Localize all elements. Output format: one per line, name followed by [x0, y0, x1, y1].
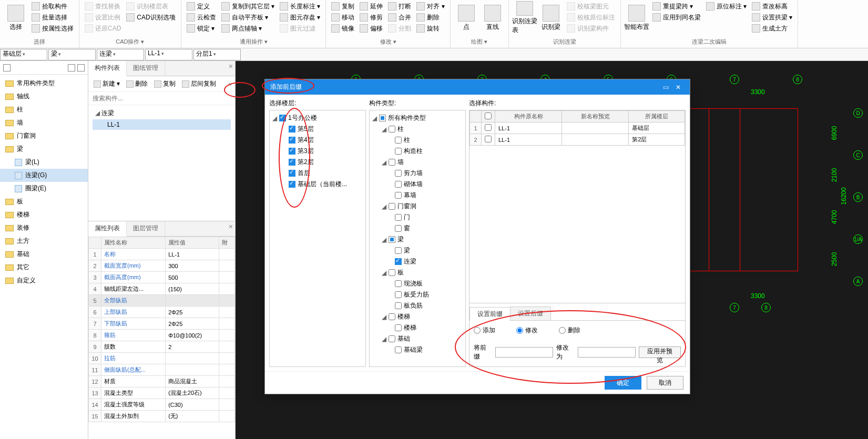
type-checkbox[interactable] [395, 181, 402, 188]
property-row[interactable]: 5全部纵筋 [89, 295, 235, 307]
nav-item-11[interactable]: 其它 [0, 261, 88, 274]
offset-button[interactable]: 偏移 [358, 23, 385, 34]
floor-tree-panel[interactable]: ◢1号办公楼第5层第4层第3层第2层首层基础层（当前楼... [269, 110, 366, 367]
check-elevation-button[interactable]: 查改标高 [750, 1, 794, 12]
ok-button[interactable]: 确定 [605, 376, 641, 390]
cancel-button[interactable]: 取消 [647, 376, 683, 390]
select-big-button[interactable]: 选择 [3, 1, 28, 35]
move-button[interactable]: 移动 [329, 12, 356, 23]
component-tree-root[interactable]: ◢ 连梁 [93, 107, 231, 119]
nav-subitem[interactable]: 圈梁(E) [0, 182, 88, 195]
copy-component-button[interactable]: 复制 [152, 78, 178, 89]
save-element-button[interactable]: 图元存盘 ▾ [278, 12, 322, 23]
reextract-span-button[interactable]: 重提梁跨 ▾ [650, 1, 703, 12]
apply-same-name-button[interactable]: 应用到同名梁 [650, 12, 703, 23]
auto-align-slab-button[interactable]: 自动平齐板 ▾ [219, 12, 277, 23]
component-grid-table[interactable]: 构件原名称新名称预览所属楼层 1LL-1基础层2LL-1第2层 [469, 110, 685, 146]
type-checkbox[interactable] [395, 258, 402, 265]
category-filter-combo[interactable]: 梁▾ [48, 49, 96, 60]
type-group-checkbox[interactable] [389, 203, 395, 210]
rotate-button[interactable]: 旋转 [414, 23, 446, 34]
insitu-annotation-button[interactable]: 原位标注 ▾ [704, 1, 749, 12]
property-row[interactable]: 14混凝土强度等级(C30) [89, 399, 235, 411]
nav-item-5[interactable]: 梁 [0, 142, 88, 156]
nav-item-3[interactable]: 墙 [0, 116, 88, 129]
nav-item-1[interactable]: 轴线 [0, 90, 88, 103]
define-button[interactable]: 定义 [185, 1, 218, 12]
delete-component-button[interactable]: 删除 [124, 78, 150, 89]
point-button[interactable]: 点 [454, 1, 479, 35]
type-group-checkbox[interactable] [389, 335, 395, 342]
prefix-from-input[interactable] [495, 347, 553, 358]
smart-layout-button[interactable]: 智能布置 [624, 1, 649, 35]
batch-select-button[interactable]: 批量选择 [29, 12, 76, 23]
delete-button[interactable]: 删除 [414, 12, 446, 23]
dialog-close-icon[interactable]: ✕ [672, 84, 685, 91]
line-button[interactable]: 直线 [480, 1, 505, 35]
mirror-button[interactable]: 镜像 [329, 23, 356, 34]
dialog-maximize-icon[interactable]: ▭ [659, 84, 672, 91]
type-filter-combo[interactable]: 连梁▾ [97, 49, 144, 60]
tab-drawing-mgmt[interactable]: 图纸管理 [127, 61, 165, 76]
type-checkbox[interactable] [395, 214, 402, 221]
cad-recognize-options-button[interactable]: CAD识别选项 [124, 12, 177, 23]
type-checkbox[interactable] [395, 302, 402, 309]
trim-button[interactable]: 修剪 [358, 12, 385, 23]
select-by-property-button[interactable]: 按属性选择 [29, 23, 76, 34]
type-group-checkbox[interactable] [389, 126, 395, 132]
nav-item-9[interactable]: 土方 [0, 234, 88, 248]
pin-icon[interactable] [3, 64, 11, 72]
floor-filter-combo[interactable]: 基础层▾ [0, 49, 47, 60]
type-checkbox[interactable] [395, 324, 402, 331]
nav-subitem[interactable]: 连梁(G) [0, 169, 88, 182]
pick-component-button[interactable]: 拾取构件 [29, 1, 76, 12]
type-checkbox[interactable] [395, 148, 402, 155]
tab-property-list[interactable]: 属性列表 [88, 221, 127, 237]
layer-filter-combo[interactable]: 分层1▾ [193, 49, 241, 60]
nav-item-2[interactable]: 柱 [0, 103, 88, 116]
tab-set-prefix[interactable]: 设置前缀 [469, 307, 510, 321]
nav-item-0[interactable]: 常用构件类型 [0, 77, 88, 90]
property-row[interactable]: 3截面高度(mm)500 [89, 272, 235, 283]
floor-checkbox[interactable] [289, 126, 295, 132]
prefix-to-input[interactable] [578, 347, 636, 358]
type-checkbox[interactable] [395, 346, 402, 353]
property-row[interactable]: 4轴线距梁左边...(150) [89, 283, 235, 295]
break-button[interactable]: 打断 [386, 1, 413, 12]
floor-checkbox[interactable] [289, 137, 295, 144]
tab-component-list[interactable]: 构件列表 [88, 61, 127, 76]
type-checkbox[interactable] [395, 280, 402, 287]
property-row[interactable]: 6上部纵筋2Φ25 [89, 307, 235, 318]
component-tree-item[interactable]: LL-1 [93, 119, 231, 130]
floor-checkbox[interactable] [289, 181, 295, 188]
new-component-button[interactable]: 新建 ▾ [91, 78, 122, 89]
property-row[interactable]: 2截面宽度(mm)300 [89, 260, 235, 272]
set-arch-beam-button[interactable]: 设置拱梁 ▾ [750, 12, 794, 23]
grid-row[interactable]: 1LL-1基础层 [470, 122, 685, 134]
nav-item-10[interactable]: 基础 [0, 248, 88, 261]
extend-button[interactable]: 延伸 [358, 1, 385, 12]
more-icon[interactable]: » [228, 80, 232, 88]
copy-button[interactable]: 复制 [329, 1, 356, 12]
interlayer-copy-button[interactable]: 层间复制 [180, 78, 218, 89]
type-checkbox[interactable] [395, 170, 402, 177]
type-checkbox[interactable] [395, 291, 402, 298]
property-row[interactable]: 13混凝土类型(混凝土20石) [89, 387, 235, 399]
type-checkbox[interactable] [395, 225, 402, 232]
generate-earthwork-button[interactable]: 生成土方 [750, 23, 794, 34]
property-row[interactable]: 1名称LL-1 [89, 249, 235, 260]
property-row[interactable]: 10拉筋 [89, 353, 235, 364]
type-checkbox[interactable] [395, 192, 402, 199]
radio-delete[interactable]: 删除 [559, 326, 580, 335]
close-pane-icon[interactable]: × [229, 62, 233, 70]
grid-row[interactable]: 2LL-1第2层 [470, 134, 685, 146]
select-all-checkbox[interactable] [485, 113, 492, 119]
type-group-checkbox[interactable] [389, 269, 395, 276]
copy-to-other-floor-button[interactable]: 复制到其它层 ▾ [219, 1, 277, 12]
nav-subitem[interactable]: 梁(L) [0, 156, 88, 169]
radio-add[interactable]: 添加 [474, 326, 495, 335]
two-point-aux-axis-button[interactable]: 两点辅轴 ▾ [219, 23, 277, 34]
property-table[interactable]: 属性名称属性值附 1名称LL-12截面宽度(mm)3003截面高度(mm)500… [88, 237, 235, 422]
length-annotation-button[interactable]: 长度标注 ▾ [278, 1, 322, 12]
nav-item-4[interactable]: 门窗洞 [0, 129, 88, 142]
